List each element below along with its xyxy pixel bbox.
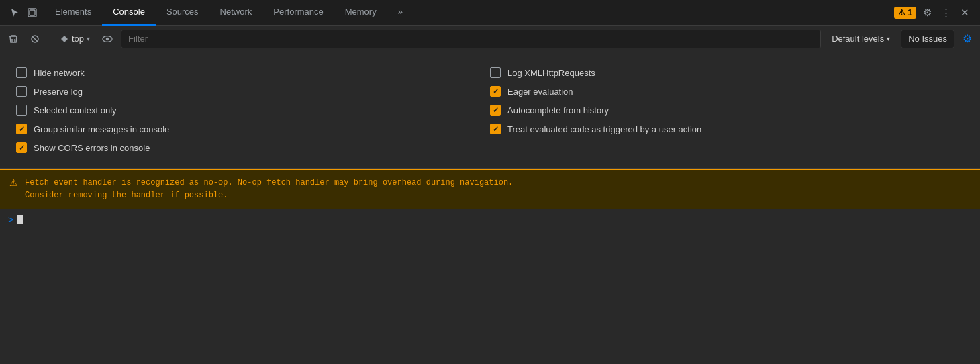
settings-button[interactable]: ⚙ (920, 4, 934, 21)
settings-right-column: Log XMLHttpRequests Eager evaluation Aut… (490, 63, 964, 157)
settings-gear-icon: ⚙ (963, 33, 972, 44)
filter-input[interactable] (121, 30, 821, 48)
console-settings-button[interactable]: ⚙ (960, 30, 975, 48)
no-issues-button[interactable]: No Issues (901, 30, 954, 48)
window-icons (3, 6, 44, 19)
tab-console[interactable]: Console (102, 0, 156, 26)
tab-bar: Elements Console Sources Network Perform… (0, 0, 980, 26)
autocomplete-row: Autocomplete from history (490, 101, 964, 120)
close-icon: ✕ (961, 7, 969, 19)
warning-icon: ⚠ (898, 8, 905, 17)
cursor-icon[interactable] (8, 6, 21, 19)
warning-triangle-icon: ⚠ (9, 177, 18, 188)
warning-count: 1 (908, 8, 912, 17)
preserve-log-label: Preserve log (34, 87, 83, 97)
eager-eval-checkbox[interactable] (490, 86, 501, 97)
tab-network[interactable]: Network (209, 0, 263, 26)
console-cursor (17, 215, 23, 224)
settings-panel: Hide network Preserve log Selected conte… (0, 52, 980, 169)
log-levels-button[interactable]: Default levels ▾ (826, 32, 895, 46)
eye-button[interactable] (99, 31, 115, 47)
show-cors-checkbox[interactable] (16, 142, 27, 153)
eager-eval-row: Eager evaluation (490, 82, 964, 101)
svg-rect-1 (30, 10, 35, 15)
preserve-log-row: Preserve log (16, 82, 490, 101)
log-xhr-label: Log XMLHttpRequests (507, 68, 595, 78)
hide-network-label: Hide network (34, 68, 85, 78)
levels-label: Default levels (832, 34, 884, 44)
more-icon: ⋮ (941, 7, 951, 19)
group-similar-row: Group similar messages in console (16, 120, 490, 138)
svg-point-6 (106, 37, 109, 40)
console-toolbar: top ▾ Default levels ▾ No Issues ⚙ (0, 26, 980, 52)
preserve-log-checkbox[interactable] (16, 86, 27, 97)
selected-context-row: Selected context only (16, 101, 490, 120)
clear-console-button[interactable] (5, 31, 21, 47)
treat-evaluated-checkbox[interactable] (490, 124, 501, 134)
treat-evaluated-label: Treat evaluated code as triggered by a u… (507, 124, 701, 134)
warning-message: ⚠ Fetch event handler is recognized as n… (0, 169, 980, 209)
eager-eval-label: Eager evaluation (507, 87, 573, 97)
log-xhr-row: Log XMLHttpRequests (490, 63, 964, 82)
show-cors-label: Show CORS errors in console (34, 143, 150, 153)
tab-elements[interactable]: Elements (44, 0, 102, 26)
more-menu-button[interactable]: ⋮ (938, 4, 954, 21)
tab-memory[interactable]: Memory (334, 0, 387, 26)
stop-recording-button[interactable] (27, 31, 43, 47)
hide-network-checkbox[interactable] (16, 67, 27, 78)
group-similar-checkbox[interactable] (16, 124, 27, 134)
selected-context-label: Selected context only (34, 105, 117, 116)
show-cors-row: Show CORS errors in console (16, 138, 490, 157)
context-selector[interactable]: top ▾ (57, 32, 94, 46)
hide-network-row: Hide network (16, 63, 490, 82)
autocomplete-label: Autocomplete from history (507, 105, 609, 116)
tab-more[interactable]: » (387, 0, 413, 26)
tab-performance[interactable]: Performance (262, 0, 334, 26)
toolbar-divider (50, 32, 50, 46)
treat-evaluated-row: Treat evaluated code as triggered by a u… (490, 120, 964, 138)
settings-left-column: Hide network Preserve log Selected conte… (16, 63, 490, 157)
close-button[interactable]: ✕ (958, 4, 972, 21)
autocomplete-checkbox[interactable] (490, 105, 501, 116)
tab-bar-right: ⚠ 1 ⚙ ⋮ ✕ (894, 4, 977, 21)
group-similar-label: Group similar messages in console (34, 124, 169, 134)
svg-marker-4 (61, 36, 68, 42)
warning-text: Fetch event handler is recognized as no-… (25, 177, 513, 202)
chevron-down-icon: ▾ (87, 35, 90, 42)
context-label: top (72, 34, 84, 44)
layers-icon[interactable] (26, 6, 39, 19)
log-xhr-checkbox[interactable] (490, 67, 501, 78)
selected-context-checkbox[interactable] (16, 105, 27, 116)
levels-chevron-icon: ▾ (887, 35, 890, 42)
svg-line-3 (32, 36, 38, 42)
warning-badge[interactable]: ⚠ 1 (894, 7, 916, 19)
gear-icon: ⚙ (923, 7, 932, 19)
console-input-row: > (0, 209, 980, 230)
prompt-icon: > (8, 214, 13, 225)
tab-sources[interactable]: Sources (156, 0, 209, 26)
